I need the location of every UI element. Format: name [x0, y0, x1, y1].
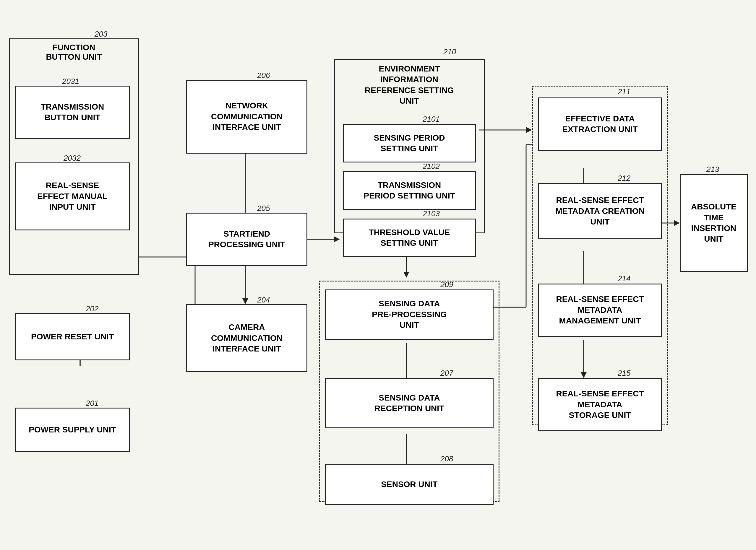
- real-sense-storage-unit: REAL-SENSE EFFECT METADATA STORAGE UNIT: [538, 378, 662, 431]
- svg-marker-16: [403, 272, 409, 277]
- real-sense-manual-unit: REAL-SENSE EFFECT MANUAL INPUT UNIT: [15, 163, 130, 231]
- tag-211: 211: [618, 87, 630, 96]
- tag-209: 209: [440, 280, 453, 289]
- real-sense-management-unit: REAL-SENSE EFFECT METADATA MANAGEMENT UN…: [538, 283, 662, 337]
- env-info-title: ENVIRONMENTINFORMATIONREFERENCE SETTINGU…: [337, 64, 482, 107]
- function-button-label: FUNCTIONBUTTON UNIT: [18, 43, 130, 62]
- start-end-unit: START/END PROCESSING UNIT: [186, 213, 307, 266]
- tag-215: 215: [618, 369, 630, 378]
- tag-208: 208: [440, 454, 453, 463]
- tag-2031: 2031: [62, 77, 79, 86]
- real-sense-creation-unit: REAL-SENSE EFFECT METADATA CREATION UNIT: [538, 183, 662, 239]
- svg-marker-24: [674, 220, 680, 226]
- sensing-period-unit: SENSING PERIOD SETTING UNIT: [343, 124, 476, 163]
- tag-201: 201: [86, 399, 98, 408]
- tag-203: 203: [95, 30, 107, 39]
- sensing-data-reception-unit: SENSING DATA RECEPTION UNIT: [325, 378, 494, 428]
- tag-207: 207: [440, 369, 453, 378]
- tag-2032: 2032: [64, 154, 81, 163]
- svg-marker-14: [526, 127, 532, 133]
- diagram: 203 FUNCTIONBUTTON UNIT TRANSMISSION BUT…: [0, 0, 756, 550]
- tag-214: 214: [618, 274, 630, 283]
- sensor-unit: SENSOR UNIT: [325, 464, 494, 505]
- svg-marker-12: [334, 236, 340, 242]
- svg-marker-10: [242, 298, 248, 304]
- tag-204: 204: [257, 295, 270, 304]
- absolute-time-unit: ABSOLUTE TIME INSERTION UNIT: [680, 174, 748, 272]
- network-comm-unit: NETWORK COMMUNICATION INTERFACE UNIT: [186, 80, 307, 154]
- tag-210: 210: [443, 47, 456, 56]
- tag-213: 213: [706, 165, 719, 174]
- camera-comm-unit: CAMERA COMMUNICATION INTERFACE UNIT: [186, 304, 307, 372]
- tag-2103: 2103: [423, 209, 440, 218]
- sensing-data-pre-unit: SENSING DATA PRE-PROCESSING UNIT: [325, 289, 494, 340]
- power-reset-unit: POWER RESET UNIT: [15, 313, 130, 360]
- tag-206: 206: [257, 71, 270, 80]
- tag-205: 205: [257, 204, 270, 213]
- tag-212: 212: [618, 174, 630, 183]
- tag-2102: 2102: [423, 162, 440, 171]
- effective-data-unit: EFFECTIVE DATA EXTRACTION UNIT: [538, 98, 662, 151]
- power-supply-unit: POWER SUPPLY UNIT: [15, 408, 130, 452]
- tag-2101: 2101: [423, 115, 440, 124]
- threshold-value-unit: THRESHOLD VALUE SETTING UNIT: [343, 219, 476, 257]
- transmission-period-unit: TRANSMISSION PERIOD SETTING UNIT: [343, 171, 476, 210]
- transmission-button-unit: TRANSMISSION BUTTON UNIT: [15, 86, 130, 139]
- tag-202: 202: [86, 304, 98, 313]
